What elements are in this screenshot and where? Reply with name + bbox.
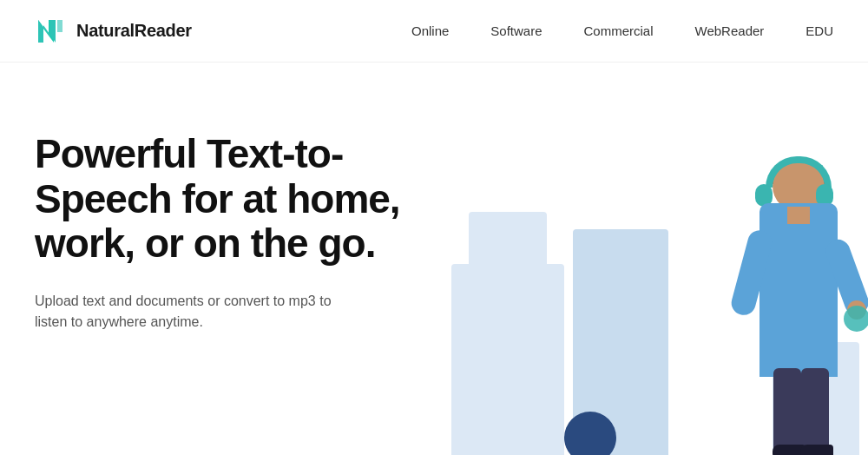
- logo-area[interactable]: NaturalReader: [35, 15, 192, 48]
- teal-orb: [844, 306, 868, 332]
- hero-subtext: Upload text and documents or convert to …: [35, 291, 365, 334]
- logo-icon: [35, 15, 68, 48]
- hero-text-block: Powerful Text-to-Speech for at home, wor…: [35, 115, 417, 333]
- site-header: NaturalReader Online Software Commercial…: [0, 0, 868, 63]
- building-left: [451, 264, 564, 455]
- person-figure: [694, 160, 851, 455]
- nav-edu[interactable]: EDU: [806, 23, 833, 38]
- headphone-band: [766, 156, 832, 188]
- building-left-top: [469, 212, 547, 264]
- nav-online[interactable]: Online: [411, 23, 449, 38]
- hero-section: Powerful Text-to-Speech for at home, wor…: [0, 63, 868, 455]
- hero-heading: Powerful Text-to-Speech for at home, wor…: [35, 132, 417, 267]
- nav-software[interactable]: Software: [490, 23, 542, 38]
- logo-text: NaturalReader: [76, 21, 192, 41]
- hero-illustration: [382, 134, 868, 455]
- nav-webreader[interactable]: WebReader: [695, 23, 765, 38]
- person-leg-right: [801, 368, 829, 455]
- main-nav: Online Software Commercial WebReader EDU: [411, 23, 833, 38]
- person-leg-left: [773, 368, 801, 455]
- nav-commercial[interactable]: Commercial: [584, 23, 654, 38]
- person-body: [760, 203, 838, 377]
- person-shoe-right: [800, 445, 833, 455]
- person-neck: [787, 207, 810, 224]
